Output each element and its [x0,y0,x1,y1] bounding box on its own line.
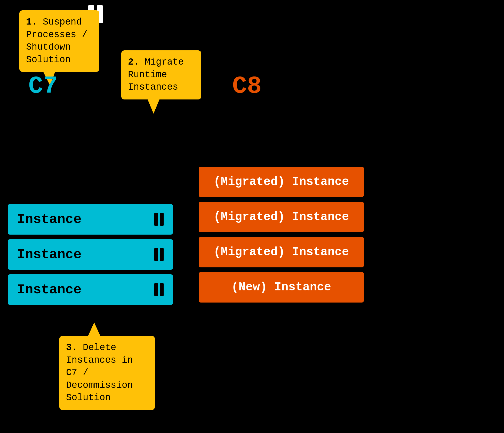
c7-instance-2-label: Instance [17,247,82,262]
c7-instance-1-pause-icon [154,213,164,226]
c7-instance-3-label: Instance [17,282,82,297]
callout-1-text: 1. Suspend Processes / Shutdown Solution [26,16,93,66]
c7-instance-3: Instance [8,274,173,305]
c7-instance-2: Instance [8,239,173,270]
callout-step-2: 2. Migrate Runtime Instances [121,50,201,99]
callout-step-3: 3. Delete Instances in C7 / Decommission… [59,336,155,410]
callout-step-1: 1. Suspend Processes / Shutdown Solution [19,10,99,72]
c8-label: C8 [232,72,262,100]
c8-instance-migrated-1-label: (Migrated) Instance [214,175,349,189]
c8-instance-migrated-2: (Migrated) Instance [199,202,364,232]
c7-instance-1: Instance [8,204,173,235]
c8-instance-migrated-3: (Migrated) Instance [199,237,364,267]
c7-instances-group: Instance Instance Instance [8,204,173,305]
callout-3-text: 3. Delete Instances in C7 / Decommission… [66,342,148,404]
c8-instances-group: (Migrated) Instance (Migrated) Instance … [199,167,364,303]
c7-instance-3-pause-icon [154,283,164,296]
c7-instance-2-pause-icon [154,248,164,261]
c8-instance-migrated-1: (Migrated) Instance [199,167,364,197]
c8-instance-migrated-3-label: (Migrated) Instance [214,245,349,259]
diagram-scene: 1. Suspend Processes / Shutdown Solution… [0,0,504,433]
c8-instance-migrated-2-label: (Migrated) Instance [214,210,349,224]
callout-2-text: 2. Migrate Runtime Instances [128,56,195,94]
c7-instance-1-label: Instance [17,212,82,227]
c8-instance-new: (New) Instance [199,272,364,303]
c8-instance-new-label: (New) Instance [231,281,331,294]
c7-label: C7 [28,72,58,100]
